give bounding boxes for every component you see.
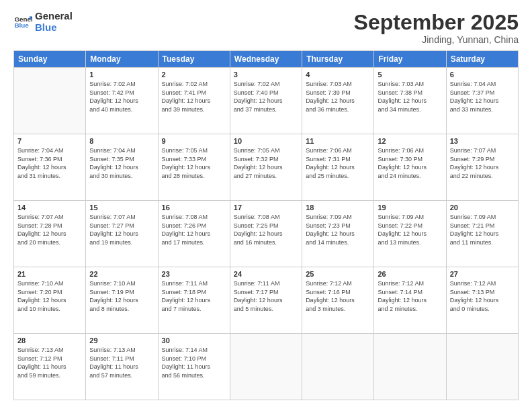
day-number: 1: [89, 71, 154, 79]
week-row-2: 7Sunrise: 7:04 AM Sunset: 7:36 PM Daylig…: [14, 134, 519, 201]
calendar-cell: [446, 334, 518, 400]
week-row-3: 14Sunrise: 7:07 AM Sunset: 7:28 PM Dayli…: [14, 201, 519, 267]
calendar-cell: 25Sunrise: 7:12 AM Sunset: 7:16 PM Dayli…: [302, 267, 374, 334]
calendar-cell: 15Sunrise: 7:07 AM Sunset: 7:27 PM Dayli…: [86, 201, 158, 267]
day-number: 12: [378, 137, 442, 145]
day-info: Sunrise: 7:03 AM Sunset: 7:38 PM Dayligh…: [378, 80, 442, 113]
day-info: Sunrise: 7:11 AM Sunset: 7:17 PM Dayligh…: [234, 279, 298, 313]
day-number: 6: [450, 71, 515, 79]
day-info: Sunrise: 7:14 AM Sunset: 7:10 PM Dayligh…: [162, 346, 226, 379]
logo-line2: Blue: [35, 22, 73, 34]
calendar-cell: [230, 334, 302, 400]
day-header-friday: Friday: [374, 51, 446, 68]
day-info: Sunrise: 7:04 AM Sunset: 7:36 PM Dayligh…: [17, 146, 82, 180]
calendar-cell: 12Sunrise: 7:06 AM Sunset: 7:30 PM Dayli…: [374, 134, 446, 201]
svg-text:Blue: Blue: [14, 21, 29, 29]
day-number: 27: [450, 270, 515, 278]
week-row-1: 1Sunrise: 7:02 AM Sunset: 7:42 PM Daylig…: [14, 68, 519, 134]
title-block: September 2025 Jinding, Yunnan, China: [354, 11, 519, 45]
day-number: 29: [89, 336, 154, 345]
calendar-cell: [14, 68, 86, 134]
day-info: Sunrise: 7:12 AM Sunset: 7:14 PM Dayligh…: [378, 279, 442, 313]
day-info: Sunrise: 7:11 AM Sunset: 7:18 PM Dayligh…: [162, 279, 226, 313]
calendar-cell: 24Sunrise: 7:11 AM Sunset: 7:17 PM Dayli…: [230, 267, 302, 334]
day-info: Sunrise: 7:03 AM Sunset: 7:39 PM Dayligh…: [306, 80, 370, 113]
calendar-cell: 28Sunrise: 7:13 AM Sunset: 7:12 PM Dayli…: [14, 334, 86, 400]
calendar-cell: 10Sunrise: 7:05 AM Sunset: 7:32 PM Dayli…: [230, 134, 302, 201]
calendar-cell: 19Sunrise: 7:09 AM Sunset: 7:22 PM Dayli…: [374, 201, 446, 267]
calendar-cell: 2Sunrise: 7:02 AM Sunset: 7:41 PM Daylig…: [158, 68, 230, 134]
day-info: Sunrise: 7:09 AM Sunset: 7:22 PM Dayligh…: [378, 213, 442, 246]
day-info: Sunrise: 7:06 AM Sunset: 7:31 PM Dayligh…: [306, 146, 370, 180]
day-info: Sunrise: 7:13 AM Sunset: 7:12 PM Dayligh…: [17, 346, 82, 379]
day-number: 4: [306, 71, 370, 79]
calendar-cell: 27Sunrise: 7:12 AM Sunset: 7:13 PM Dayli…: [446, 267, 518, 334]
calendar-cell: 18Sunrise: 7:09 AM Sunset: 7:23 PM Dayli…: [302, 201, 374, 267]
day-number: 8: [89, 137, 154, 145]
day-header-monday: Monday: [86, 51, 158, 68]
day-number: 30: [162, 336, 226, 345]
day-number: 5: [378, 71, 442, 79]
day-number: 14: [17, 203, 82, 212]
day-number: 17: [234, 203, 298, 212]
day-number: 18: [306, 203, 370, 212]
day-info: Sunrise: 7:02 AM Sunset: 7:40 PM Dayligh…: [234, 80, 298, 113]
day-info: Sunrise: 7:10 AM Sunset: 7:20 PM Dayligh…: [17, 279, 82, 313]
calendar-cell: 29Sunrise: 7:13 AM Sunset: 7:11 PM Dayli…: [86, 334, 158, 400]
day-header-tuesday: Tuesday: [158, 51, 230, 68]
day-number: 13: [450, 137, 515, 145]
calendar-cell: 11Sunrise: 7:06 AM Sunset: 7:31 PM Dayli…: [302, 134, 374, 201]
calendar-cell: 8Sunrise: 7:04 AM Sunset: 7:35 PM Daylig…: [86, 134, 158, 201]
calendar-cell: 17Sunrise: 7:08 AM Sunset: 7:25 PM Dayli…: [230, 201, 302, 267]
day-number: 2: [162, 71, 226, 79]
day-number: 9: [162, 137, 226, 145]
logo: General Blue General Blue: [13, 11, 73, 33]
calendar-cell: 14Sunrise: 7:07 AM Sunset: 7:28 PM Dayli…: [14, 201, 86, 267]
calendar-cell: 5Sunrise: 7:03 AM Sunset: 7:38 PM Daylig…: [374, 68, 446, 134]
header-row: SundayMondayTuesdayWednesdayThursdayFrid…: [14, 51, 519, 68]
calendar-cell: [374, 334, 446, 400]
day-info: Sunrise: 7:07 AM Sunset: 7:27 PM Dayligh…: [89, 213, 154, 246]
day-number: 22: [89, 270, 154, 278]
day-info: Sunrise: 7:06 AM Sunset: 7:30 PM Dayligh…: [378, 146, 442, 180]
day-info: Sunrise: 7:13 AM Sunset: 7:11 PM Dayligh…: [89, 346, 154, 379]
day-number: 25: [306, 270, 370, 278]
day-info: Sunrise: 7:08 AM Sunset: 7:26 PM Dayligh…: [162, 213, 226, 246]
calendar: SundayMondayTuesdayWednesdayThursdayFrid…: [13, 50, 519, 400]
calendar-cell: 23Sunrise: 7:11 AM Sunset: 7:18 PM Dayli…: [158, 267, 230, 334]
day-header-wednesday: Wednesday: [230, 51, 302, 68]
calendar-cell: 26Sunrise: 7:12 AM Sunset: 7:14 PM Dayli…: [374, 267, 446, 334]
location: Jinding, Yunnan, China: [354, 34, 519, 45]
day-info: Sunrise: 7:02 AM Sunset: 7:41 PM Dayligh…: [162, 80, 226, 113]
day-info: Sunrise: 7:12 AM Sunset: 7:16 PM Dayligh…: [306, 279, 370, 313]
day-info: Sunrise: 7:08 AM Sunset: 7:25 PM Dayligh…: [234, 213, 298, 246]
header: General Blue General Blue September 2025…: [13, 11, 519, 45]
page: General Blue General Blue September 2025…: [0, 0, 532, 411]
day-number: 19: [378, 203, 442, 212]
day-number: 23: [162, 270, 226, 278]
week-row-4: 21Sunrise: 7:10 AM Sunset: 7:20 PM Dayli…: [14, 267, 519, 334]
day-number: 24: [234, 270, 298, 278]
day-number: 20: [450, 203, 515, 212]
day-header-saturday: Saturday: [446, 51, 518, 68]
day-number: 16: [162, 203, 226, 212]
calendar-cell: 30Sunrise: 7:14 AM Sunset: 7:10 PM Dayli…: [158, 334, 230, 400]
day-number: 21: [17, 270, 82, 278]
calendar-cell: 21Sunrise: 7:10 AM Sunset: 7:20 PM Dayli…: [14, 267, 86, 334]
day-number: 7: [17, 137, 82, 145]
calendar-cell: 13Sunrise: 7:07 AM Sunset: 7:29 PM Dayli…: [446, 134, 518, 201]
month-title: September 2025: [354, 11, 519, 34]
day-info: Sunrise: 7:12 AM Sunset: 7:13 PM Dayligh…: [450, 279, 515, 313]
day-number: 28: [17, 336, 82, 345]
calendar-cell: 22Sunrise: 7:10 AM Sunset: 7:19 PM Dayli…: [86, 267, 158, 334]
day-header-thursday: Thursday: [302, 51, 374, 68]
day-info: Sunrise: 7:10 AM Sunset: 7:19 PM Dayligh…: [89, 279, 154, 313]
calendar-cell: 3Sunrise: 7:02 AM Sunset: 7:40 PM Daylig…: [230, 68, 302, 134]
calendar-cell: 9Sunrise: 7:05 AM Sunset: 7:33 PM Daylig…: [158, 134, 230, 201]
day-header-sunday: Sunday: [14, 51, 86, 68]
calendar-cell: 16Sunrise: 7:08 AM Sunset: 7:26 PM Dayli…: [158, 201, 230, 267]
calendar-cell: 4Sunrise: 7:03 AM Sunset: 7:39 PM Daylig…: [302, 68, 374, 134]
calendar-cell: 7Sunrise: 7:04 AM Sunset: 7:36 PM Daylig…: [14, 134, 86, 201]
day-number: 15: [89, 203, 154, 212]
calendar-cell: 20Sunrise: 7:09 AM Sunset: 7:21 PM Dayli…: [446, 201, 518, 267]
